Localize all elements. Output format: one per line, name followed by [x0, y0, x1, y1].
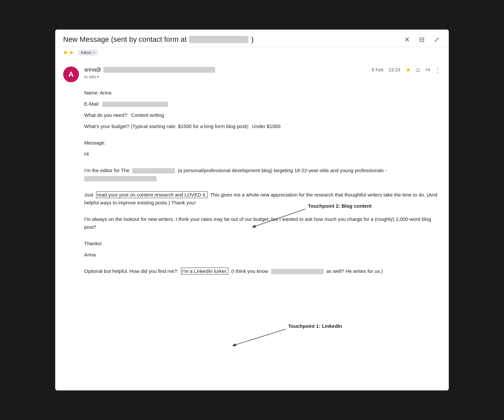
optional-highlighted: I'm a LinkedIn lurker. [181, 268, 228, 275]
budget-label: What's your budget? (Typical starting ra… [84, 123, 249, 129]
optional-prefix: Optional but helpful. How did you find m… [84, 268, 178, 274]
sender-meta: 8 Feb 23:24 ★ ☺ ↩ ⋮ [372, 66, 441, 74]
svg-line-2 [233, 329, 286, 346]
popout-button[interactable]: ⤢ [433, 35, 441, 44]
para1: I'm the editor for The (a personal/profe… [84, 167, 441, 182]
optional-mid: (I think you know [231, 268, 268, 274]
optional-suffix: as well? He writes for us.) [326, 268, 383, 274]
emoji-icon[interactable]: ☺ [415, 66, 421, 74]
email-date: 8 Feb [372, 67, 384, 72]
print-button[interactable]: ⊟ [418, 35, 426, 44]
need-line: What do you need?: Content writing [84, 111, 441, 119]
star-icon[interactable]: ★ [406, 66, 411, 73]
chevron-down-icon: ▾ [97, 75, 99, 79]
email-title: New Message (sent by contact form at ) [63, 35, 254, 44]
email-line: E-Mail: [84, 100, 441, 108]
inbox-tag[interactable]: Inbox × [78, 49, 98, 56]
optional-line: Optional but helpful. How did you find m… [84, 267, 441, 275]
sign: Anna [84, 251, 441, 259]
title-prefix: New Message (sent by contact form at [63, 35, 187, 44]
need-label: What do you need?: [84, 112, 128, 118]
avatar: A [63, 66, 79, 82]
para1-mid: (a personal/professional development blo… [178, 168, 387, 173]
para3: I'm always on the lookout for new writer… [84, 215, 441, 231]
budget-line: What's your budget? (Typical starting ra… [84, 122, 441, 130]
action-icons: ★ ☺ ↩ ⋮ [406, 66, 441, 74]
reply-icon[interactable]: ↩ [425, 66, 430, 73]
title-bar: New Message (sent by contact form at ) ✕… [55, 30, 449, 47]
forward-icon: ►► [63, 49, 75, 56]
title-redacted [189, 36, 248, 43]
para1-prefix: I'm the editor for The [84, 168, 130, 173]
title-suffix: ) [251, 35, 253, 44]
need-value: Content writing [131, 112, 164, 118]
para2: Just read your post on content research … [84, 191, 441, 207]
remove-inbox-tag[interactable]: × [92, 50, 95, 55]
para2-prefix: Just [84, 192, 93, 197]
svg-text:Touchpoint 1: LinkedIn: Touchpoint 1: LinkedIn [288, 323, 342, 329]
tag-row: ►► Inbox × [55, 47, 449, 59]
email-time: 23:24 [389, 67, 400, 72]
inbox-label: Inbox [81, 50, 91, 55]
sender-email-redacted [103, 67, 215, 73]
window-controls: ✕ ⊟ ⤢ [403, 35, 441, 44]
budget-value: Under $1000 [252, 123, 281, 129]
sender-info: anna@ 8 Feb 23:24 ★ ☺ ↩ ⋮ [84, 66, 441, 79]
sender-name: anna@ [84, 67, 215, 73]
sender-email-prefix: anna@ [84, 67, 101, 73]
url-redacted [84, 176, 157, 181]
email-redacted [102, 102, 168, 107]
name-line: Name: Anna [84, 89, 441, 97]
para2-highlighted: read your post on content research and L… [96, 191, 208, 198]
email-body: A anna@ 8 Feb 23:24 ★ ☺ ↩ ⋮ [55, 59, 449, 286]
sender-row: A anna@ 8 Feb 23:24 ★ ☺ ↩ ⋮ [63, 66, 441, 82]
email-field-label: E-Mail: [84, 101, 100, 107]
greeting: Hi [84, 150, 441, 158]
to-label: to info [84, 74, 96, 79]
blog-name-redacted [132, 168, 175, 173]
message-content: Name: Anna E-Mail: What do you need?: Co… [84, 89, 441, 275]
message-label: Message: [84, 139, 441, 147]
thanks: Thanks! [84, 240, 441, 248]
to-info[interactable]: to info ▾ [84, 74, 441, 79]
person-redacted [271, 269, 324, 274]
close-button[interactable]: ✕ [403, 35, 411, 44]
sender-name-row: anna@ 8 Feb 23:24 ★ ☺ ↩ ⋮ [84, 66, 441, 74]
email-window: New Message (sent by contact form at ) ✕… [55, 29, 449, 391]
more-options-icon[interactable]: ⋮ [434, 66, 441, 74]
